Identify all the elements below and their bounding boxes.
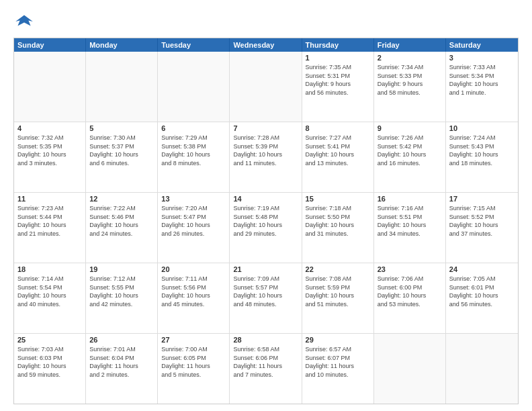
day-number: 24 bbox=[449, 265, 515, 273]
calendar-cell: 10Sunrise: 7:24 AM Sunset: 5:43 PM Dayli… bbox=[446, 122, 518, 192]
cell-detail: Sunrise: 7:03 AM Sunset: 6:03 PM Dayligh… bbox=[17, 345, 82, 379]
calendar-cell: 22Sunrise: 7:08 AM Sunset: 5:59 PM Dayli… bbox=[302, 263, 374, 333]
day-number: 13 bbox=[161, 195, 226, 203]
calendar-cell bbox=[230, 52, 302, 122]
calendar-cell: 9Sunrise: 7:26 AM Sunset: 5:42 PM Daylig… bbox=[374, 122, 446, 192]
cell-detail: Sunrise: 7:29 AM Sunset: 5:38 PM Dayligh… bbox=[161, 134, 226, 167]
calendar-row: 4Sunrise: 7:32 AM Sunset: 5:35 PM Daylig… bbox=[14, 122, 518, 193]
calendar-cell: 20Sunrise: 7:11 AM Sunset: 5:56 PM Dayli… bbox=[158, 263, 230, 333]
calendar-row: 1Sunrise: 7:35 AM Sunset: 5:31 PM Daylig… bbox=[14, 52, 518, 122]
calendar-row: 18Sunrise: 7:14 AM Sunset: 5:54 PM Dayli… bbox=[14, 263, 518, 334]
svg-marker-0 bbox=[15, 15, 33, 26]
calendar-row: 25Sunrise: 7:03 AM Sunset: 6:03 PM Dayli… bbox=[14, 334, 518, 404]
calendar-cell bbox=[158, 52, 230, 122]
cell-detail: Sunrise: 7:26 AM Sunset: 5:42 PM Dayligh… bbox=[378, 134, 442, 167]
day-number: 6 bbox=[161, 124, 226, 132]
calendar-cell: 19Sunrise: 7:12 AM Sunset: 5:55 PM Dayli… bbox=[86, 263, 158, 333]
day-number: 23 bbox=[378, 265, 442, 273]
day-number: 29 bbox=[306, 336, 370, 344]
calendar-cell: 26Sunrise: 7:01 AM Sunset: 6:04 PM Dayli… bbox=[86, 334, 158, 404]
day-number: 16 bbox=[378, 195, 442, 203]
day-number: 14 bbox=[233, 195, 298, 203]
day-number: 20 bbox=[161, 265, 226, 273]
calendar-cell: 24Sunrise: 7:05 AM Sunset: 6:01 PM Dayli… bbox=[446, 263, 518, 333]
day-number: 10 bbox=[449, 124, 515, 132]
calendar-cell: 1Sunrise: 7:35 AM Sunset: 5:31 PM Daylig… bbox=[302, 52, 374, 122]
calendar-cell: 4Sunrise: 7:32 AM Sunset: 5:35 PM Daylig… bbox=[14, 122, 86, 192]
calendar-cell: 11Sunrise: 7:23 AM Sunset: 5:44 PM Dayli… bbox=[14, 193, 86, 263]
calendar-cell: 7Sunrise: 7:28 AM Sunset: 5:39 PM Daylig… bbox=[230, 122, 302, 192]
cell-detail: Sunrise: 7:14 AM Sunset: 5:54 PM Dayligh… bbox=[17, 275, 82, 308]
cell-detail: Sunrise: 7:32 AM Sunset: 5:35 PM Dayligh… bbox=[17, 134, 82, 167]
weekday-header: Sunday bbox=[14, 38, 86, 52]
day-number: 3 bbox=[449, 54, 515, 62]
calendar-cell: 21Sunrise: 7:09 AM Sunset: 5:57 PM Dayli… bbox=[230, 263, 302, 333]
cell-detail: Sunrise: 7:33 AM Sunset: 5:34 PM Dayligh… bbox=[449, 63, 515, 97]
logo-bird-icon bbox=[13, 11, 35, 32]
day-number: 17 bbox=[449, 195, 515, 203]
day-number: 18 bbox=[17, 265, 82, 273]
cell-detail: Sunrise: 7:11 AM Sunset: 5:56 PM Dayligh… bbox=[161, 275, 226, 308]
calendar-cell bbox=[86, 52, 158, 122]
calendar-cell: 14Sunrise: 7:19 AM Sunset: 5:48 PM Dayli… bbox=[230, 193, 302, 263]
logo bbox=[13, 11, 38, 32]
day-number: 22 bbox=[306, 265, 370, 273]
calendar-cell: 23Sunrise: 7:06 AM Sunset: 6:00 PM Dayli… bbox=[374, 263, 446, 333]
day-number: 12 bbox=[89, 195, 154, 203]
calendar-cell: 6Sunrise: 7:29 AM Sunset: 5:38 PM Daylig… bbox=[158, 122, 230, 192]
weekday-header: Tuesday bbox=[158, 38, 230, 52]
day-number: 15 bbox=[306, 195, 370, 203]
calendar-cell: 25Sunrise: 7:03 AM Sunset: 6:03 PM Dayli… bbox=[14, 334, 86, 404]
day-number: 21 bbox=[233, 265, 298, 273]
day-number: 4 bbox=[17, 124, 82, 132]
cell-detail: Sunrise: 7:28 AM Sunset: 5:39 PM Dayligh… bbox=[233, 134, 298, 167]
calendar-cell: 15Sunrise: 7:18 AM Sunset: 5:50 PM Dayli… bbox=[302, 193, 374, 263]
cell-detail: Sunrise: 7:09 AM Sunset: 5:57 PM Dayligh… bbox=[233, 275, 298, 308]
day-number: 8 bbox=[306, 124, 370, 132]
calendar-cell: 17Sunrise: 7:15 AM Sunset: 5:52 PM Dayli… bbox=[446, 193, 518, 263]
header bbox=[13, 11, 519, 32]
cell-detail: Sunrise: 7:12 AM Sunset: 5:55 PM Dayligh… bbox=[89, 275, 154, 308]
calendar-body: 1Sunrise: 7:35 AM Sunset: 5:31 PM Daylig… bbox=[14, 52, 518, 404]
calendar-header: SundayMondayTuesdayWednesdayThursdayFrid… bbox=[14, 38, 518, 52]
day-number: 28 bbox=[233, 336, 298, 344]
calendar-cell: 16Sunrise: 7:16 AM Sunset: 5:51 PM Dayli… bbox=[374, 193, 446, 263]
calendar-cell: 5Sunrise: 7:30 AM Sunset: 5:37 PM Daylig… bbox=[86, 122, 158, 192]
calendar-cell: 13Sunrise: 7:20 AM Sunset: 5:47 PM Dayli… bbox=[158, 193, 230, 263]
day-number: 26 bbox=[89, 336, 154, 344]
calendar-cell bbox=[14, 52, 86, 122]
cell-detail: Sunrise: 7:00 AM Sunset: 6:05 PM Dayligh… bbox=[161, 345, 226, 379]
day-number: 5 bbox=[89, 124, 154, 132]
calendar-cell: 8Sunrise: 7:27 AM Sunset: 5:41 PM Daylig… bbox=[302, 122, 374, 192]
cell-detail: Sunrise: 7:06 AM Sunset: 6:00 PM Dayligh… bbox=[378, 275, 442, 308]
cell-detail: Sunrise: 7:08 AM Sunset: 5:59 PM Dayligh… bbox=[306, 275, 370, 308]
cell-detail: Sunrise: 7:27 AM Sunset: 5:41 PM Dayligh… bbox=[306, 134, 370, 167]
page: SundayMondayTuesdayWednesdayThursdayFrid… bbox=[0, 0, 532, 411]
calendar-cell: 2Sunrise: 7:34 AM Sunset: 5:33 PM Daylig… bbox=[374, 52, 446, 122]
calendar-cell: 29Sunrise: 6:57 AM Sunset: 6:07 PM Dayli… bbox=[302, 334, 374, 404]
day-number: 19 bbox=[89, 265, 154, 273]
cell-detail: Sunrise: 7:05 AM Sunset: 6:01 PM Dayligh… bbox=[449, 275, 515, 308]
cell-detail: Sunrise: 7:35 AM Sunset: 5:31 PM Dayligh… bbox=[306, 63, 370, 97]
calendar-row: 11Sunrise: 7:23 AM Sunset: 5:44 PM Dayli… bbox=[14, 193, 518, 263]
calendar: SundayMondayTuesdayWednesdayThursdayFrid… bbox=[13, 38, 519, 404]
cell-detail: Sunrise: 7:01 AM Sunset: 6:04 PM Dayligh… bbox=[89, 345, 154, 379]
day-number: 1 bbox=[306, 54, 370, 62]
cell-detail: Sunrise: 7:22 AM Sunset: 5:46 PM Dayligh… bbox=[89, 204, 154, 238]
cell-detail: Sunrise: 7:23 AM Sunset: 5:44 PM Dayligh… bbox=[17, 204, 82, 238]
calendar-cell: 18Sunrise: 7:14 AM Sunset: 5:54 PM Dayli… bbox=[14, 263, 86, 333]
cell-detail: Sunrise: 7:15 AM Sunset: 5:52 PM Dayligh… bbox=[449, 204, 515, 238]
cell-detail: Sunrise: 6:58 AM Sunset: 6:06 PM Dayligh… bbox=[233, 345, 298, 379]
cell-detail: Sunrise: 7:30 AM Sunset: 5:37 PM Dayligh… bbox=[89, 134, 154, 167]
cell-detail: Sunrise: 7:20 AM Sunset: 5:47 PM Dayligh… bbox=[161, 204, 226, 238]
cell-detail: Sunrise: 6:57 AM Sunset: 6:07 PM Dayligh… bbox=[306, 345, 370, 379]
day-number: 7 bbox=[233, 124, 298, 132]
weekday-header: Friday bbox=[374, 38, 446, 52]
cell-detail: Sunrise: 7:19 AM Sunset: 5:48 PM Dayligh… bbox=[233, 204, 298, 238]
day-number: 25 bbox=[17, 336, 82, 344]
calendar-cell: 27Sunrise: 7:00 AM Sunset: 6:05 PM Dayli… bbox=[158, 334, 230, 404]
weekday-header: Monday bbox=[86, 38, 158, 52]
cell-detail: Sunrise: 7:16 AM Sunset: 5:51 PM Dayligh… bbox=[378, 204, 442, 238]
calendar-cell: 3Sunrise: 7:33 AM Sunset: 5:34 PM Daylig… bbox=[446, 52, 518, 122]
cell-detail: Sunrise: 7:34 AM Sunset: 5:33 PM Dayligh… bbox=[378, 63, 442, 97]
